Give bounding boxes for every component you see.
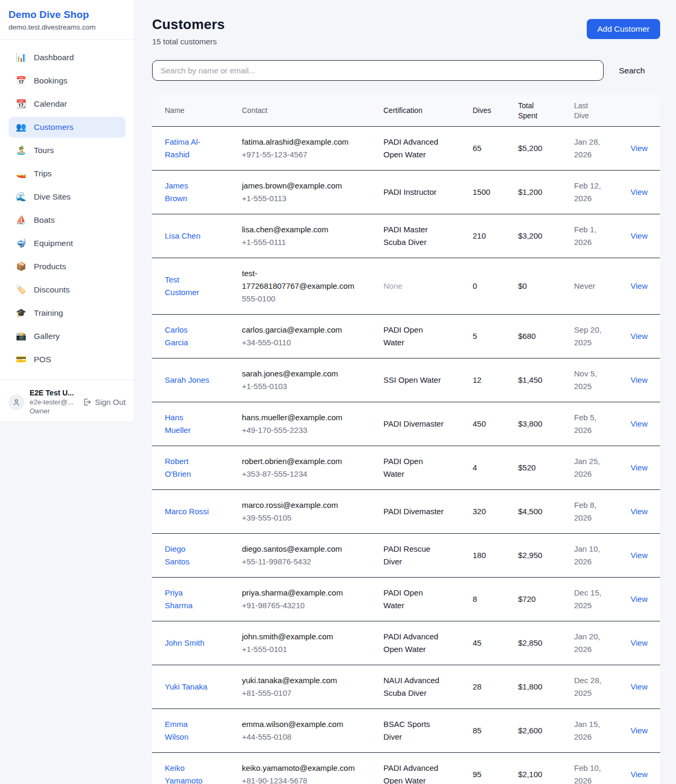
- search-button[interactable]: Search: [604, 66, 660, 75]
- view-link[interactable]: View: [631, 419, 647, 428]
- customer-phone: +1-555-0111: [242, 236, 366, 249]
- customer-count: 15 total customers: [152, 37, 225, 46]
- view-link[interactable]: View: [631, 770, 647, 779]
- sidebar-item-pos[interactable]: 💳POS: [8, 349, 126, 370]
- customer-name-link[interactable]: Marco Rossi: [165, 505, 210, 518]
- customer-name-link[interactable]: Yuki Tanaka: [165, 681, 210, 693]
- table-row: Lisa Chen lisa.chen@example.com+1-555-01…: [152, 214, 660, 258]
- view-link[interactable]: View: [631, 638, 647, 647]
- view-link[interactable]: View: [631, 551, 647, 560]
- table-row: Robert O'Brien robert.obrien@example.com…: [152, 446, 660, 490]
- table-row: Carlos Garcia carlos.garcia@example.com+…: [152, 315, 660, 358]
- sidebar-item-label: Boats: [34, 215, 55, 225]
- customers-icon: 👥: [16, 123, 26, 131]
- dashboard-icon: 📊: [16, 53, 26, 62]
- shop-header: Demo Dive Shop demo.test.divestreams.com: [0, 0, 134, 40]
- sidebar-item-products[interactable]: 📦Products: [8, 256, 126, 277]
- sidebar-item-label: Gallery: [34, 332, 60, 341]
- sidebar-item-label: Dive Sites: [34, 192, 71, 202]
- customer-name-link[interactable]: Emma Wilson: [165, 718, 210, 743]
- view-link[interactable]: View: [631, 144, 647, 153]
- customer-certification: None: [383, 280, 473, 292]
- add-customer-button[interactable]: Add Customer: [587, 19, 660, 39]
- customer-certification: PADI Master Scuba Diver: [383, 223, 473, 249]
- customer-phone: +81-90-1234-5678: [242, 774, 366, 784]
- view-link[interactable]: View: [631, 726, 647, 735]
- view-link[interactable]: View: [631, 375, 647, 384]
- customer-name-link[interactable]: John Smith: [165, 637, 210, 649]
- view-link[interactable]: View: [631, 594, 647, 603]
- customer-phone: +1-555-0113: [242, 192, 366, 205]
- view-link[interactable]: View: [631, 231, 647, 240]
- customer-email: priya.sharma@example.com: [242, 587, 366, 599]
- customer-name-link[interactable]: Lisa Chen: [165, 230, 210, 242]
- customer-name-link[interactable]: Test Customer: [165, 273, 210, 299]
- customer-certification: PADI Instructor: [383, 186, 473, 199]
- customer-total-spent: $4,500: [518, 505, 574, 518]
- table-row: James Brown james.brown@example.com+1-55…: [152, 171, 660, 214]
- camera-icon: 📸: [16, 332, 26, 341]
- sidebar-item-customers[interactable]: 👥Customers: [8, 117, 126, 138]
- view-link[interactable]: View: [631, 332, 647, 341]
- sidebar-item-trips[interactable]: 🚤Trips: [8, 163, 126, 184]
- customer-dives: 65: [473, 142, 518, 155]
- user-role: Owner: [30, 407, 77, 415]
- sidebar-item-equipment[interactable]: 🤿Equipment: [8, 233, 126, 254]
- customer-email: hans.mueller@example.com: [242, 411, 366, 424]
- sidebar-item-dive-sites[interactable]: 🌊Dive Sites: [8, 186, 126, 207]
- customer-name-link[interactable]: Hans Mueller: [165, 411, 210, 437]
- graduation-cap-icon: 🎓: [16, 309, 26, 317]
- page-header: Customers 15 total customers Add Custome…: [152, 16, 660, 46]
- customer-phone: +81-555-0107: [242, 687, 366, 700]
- customer-name-link[interactable]: Robert O'Brien: [165, 455, 210, 480]
- customer-last-dive: Nov 5, 2025: [574, 367, 631, 393]
- customer-dives: 1500: [473, 186, 518, 199]
- main-content: Customers 15 total customers Add Custome…: [135, 0, 676, 784]
- sidebar-item-gallery[interactable]: 📸Gallery: [8, 326, 126, 347]
- customer-name-link[interactable]: Priya Sharma: [165, 587, 210, 612]
- avatar: [8, 394, 24, 410]
- view-link[interactable]: View: [631, 187, 647, 196]
- sign-out-button[interactable]: Sign Out: [82, 398, 126, 407]
- customer-phone: +1-555-0101: [242, 643, 366, 656]
- customer-last-dive: Jan 10, 2026: [574, 543, 631, 568]
- customer-name-link[interactable]: James Brown: [165, 180, 210, 205]
- sidebar-item-dashboard[interactable]: 📊Dashboard: [8, 47, 126, 68]
- customer-last-dive: Feb 12, 2026: [574, 180, 631, 205]
- customer-total-spent: $2,100: [518, 768, 574, 781]
- customer-email: diego.santos@example.com: [242, 543, 366, 555]
- customer-last-dive: Jan 20, 2026: [574, 630, 631, 656]
- sidebar-item-label: Products: [34, 262, 66, 271]
- customer-phone: +44-555-0108: [242, 731, 366, 743]
- island-icon: 🏝️: [16, 146, 26, 155]
- sidebar-item-calendar[interactable]: 📆Calendar: [8, 93, 126, 115]
- view-link[interactable]: View: [631, 507, 647, 516]
- table-row: Diego Santos diego.santos@example.com+55…: [152, 534, 660, 578]
- customer-phone: 555-0100: [242, 292, 366, 305]
- sidebar-item-training[interactable]: 🎓Training: [8, 303, 126, 324]
- customer-dives: 320: [473, 505, 518, 518]
- customer-total-spent: $2,950: [518, 549, 574, 562]
- view-link[interactable]: View: [631, 281, 647, 290]
- customer-last-dive: Dec 15, 2025: [574, 587, 631, 612]
- customer-name-link[interactable]: Keiko Yamamoto: [165, 762, 210, 784]
- customer-name-link[interactable]: Sarah Jones: [165, 374, 210, 386]
- customer-email: sarah.jones@example.com: [242, 367, 366, 380]
- view-link[interactable]: View: [631, 463, 647, 472]
- sidebar-item-tours[interactable]: 🏝️Tours: [8, 140, 126, 161]
- customer-phone: +91-98765-43210: [242, 599, 366, 612]
- customer-name-link[interactable]: Carlos Garcia: [165, 324, 210, 349]
- sidebar-item-label: Discounts: [34, 285, 70, 295]
- customer-email: test-1772681807767@example.com: [242, 267, 366, 292]
- sidebar-item-bookings[interactable]: 📅Bookings: [8, 70, 126, 91]
- sidebar-item-boats[interactable]: ⛵Boats: [8, 210, 126, 231]
- sidebar-item-discounts[interactable]: 🏷️Discounts: [8, 279, 126, 300]
- credit-card-icon: 💳: [16, 355, 26, 364]
- customer-name-link[interactable]: Fatima Al-Rashid: [165, 136, 210, 161]
- sidebar-item-label: Tours: [34, 146, 54, 155]
- search-input[interactable]: [152, 60, 604, 81]
- customer-email: yuki.tanaka@example.com: [242, 674, 366, 687]
- sidebar-nav: 📊Dashboard 📅Bookings 📆Calendar 👥Customer…: [0, 40, 134, 380]
- customer-name-link[interactable]: Diego Santos: [165, 543, 210, 568]
- view-link[interactable]: View: [631, 682, 647, 691]
